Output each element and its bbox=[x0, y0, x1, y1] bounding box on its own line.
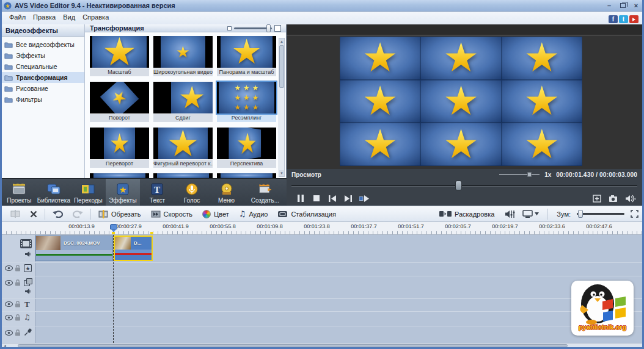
timeline-clip-selected[interactable]: D... bbox=[114, 236, 153, 261]
eye-icon[interactable] bbox=[5, 280, 13, 286]
ruler-label: 00:01:09.8 bbox=[246, 223, 293, 229]
effect-item-figure-flip[interactable]: Фигурный переворот к... bbox=[153, 128, 213, 168]
seek-bar[interactable] bbox=[287, 180, 642, 191]
facebook-icon[interactable]: f bbox=[609, 15, 618, 23]
sidebar-item-drawing[interactable]: Рисование bbox=[2, 83, 84, 94]
snapshot-icon[interactable] bbox=[609, 195, 618, 203]
volume-icon[interactable] bbox=[625, 195, 636, 203]
sidebar-item-effects[interactable]: Эффекты bbox=[2, 50, 84, 61]
eye-icon[interactable] bbox=[5, 315, 13, 320]
tab-voice[interactable]: Голос bbox=[175, 179, 210, 206]
menu-help[interactable]: Справка bbox=[79, 13, 112, 21]
effect-item-perspective[interactable]: Перспектива bbox=[217, 128, 276, 168]
effect-item-pan-zoom[interactable]: Панорама и масштаб bbox=[217, 36, 276, 76]
edit-toolbar: Обрезать Скорость Цвет ♫ Аудио Стабилиза… bbox=[2, 206, 642, 222]
previous-frame-button[interactable] bbox=[324, 193, 340, 204]
tab-effects[interactable]: ★ Эффекты bbox=[106, 179, 141, 206]
lock-icon[interactable] bbox=[15, 279, 21, 286]
lock-icon[interactable] bbox=[15, 314, 21, 321]
storyboard-button[interactable]: Раскадровка bbox=[434, 209, 499, 219]
tab-library[interactable]: Библиотека bbox=[37, 179, 71, 206]
effect-item-scale[interactable]: Масштаб bbox=[90, 36, 149, 76]
sidebar-item-special[interactable]: Специальные bbox=[2, 61, 84, 72]
timeline-tracks[interactable]: ★ T ♫ bbox=[2, 235, 642, 343]
trim-icon bbox=[98, 210, 108, 218]
effect-item-partial[interactable] bbox=[217, 173, 276, 178]
menu-view[interactable]: Вид bbox=[59, 13, 79, 21]
effect-item-resample[interactable]: Ресэмплинг bbox=[217, 82, 276, 122]
split-button-disabled[interactable] bbox=[5, 209, 25, 219]
stabilization-button[interactable]: Стабилизация bbox=[273, 209, 341, 219]
overlay-mute-icon[interactable] bbox=[25, 289, 32, 294]
menu-edit[interactable]: Правка bbox=[29, 13, 59, 21]
effect-item-partial[interactable] bbox=[90, 173, 149, 178]
lock-icon[interactable] bbox=[15, 301, 21, 308]
undo-button[interactable] bbox=[48, 209, 68, 219]
color-button[interactable]: Цвет bbox=[197, 209, 234, 220]
playhead-marker[interactable] bbox=[110, 224, 117, 229]
menu-file[interactable]: Файл bbox=[5, 13, 29, 21]
thumb-size-groove[interactable] bbox=[234, 27, 272, 29]
clip-name: DSC_0024.MOV bbox=[60, 240, 100, 246]
twitter-icon[interactable]: t bbox=[619, 15, 628, 23]
scroll-left-arrow[interactable]: ◄ bbox=[3, 344, 7, 348]
next-frame-button[interactable] bbox=[340, 193, 356, 204]
redo-button-disabled[interactable] bbox=[68, 209, 88, 219]
sidebar-item-filters[interactable]: Фильтры bbox=[2, 94, 84, 105]
display-mode-dropdown[interactable] bbox=[522, 210, 539, 218]
audio-button[interactable]: ♫ Аудио bbox=[234, 208, 273, 220]
playhead-line[interactable] bbox=[113, 235, 114, 343]
timeline-clip-dsc0024[interactable]: DSC_0024.MOV bbox=[35, 236, 113, 261]
stop-button[interactable] bbox=[309, 193, 324, 204]
speed-handle[interactable] bbox=[527, 172, 532, 177]
scroll-down-arrow[interactable]: ▼ bbox=[279, 170, 284, 176]
minimize-button[interactable]: – bbox=[605, 2, 613, 9]
seek-groove[interactable] bbox=[291, 185, 637, 187]
effect-item-shift[interactable]: Сдвиг bbox=[153, 82, 213, 122]
speed-button[interactable]: Скорость bbox=[146, 209, 198, 220]
scrollbar-thumb[interactable] bbox=[279, 45, 284, 88]
ruler-label: 00:02:33.6 bbox=[529, 223, 576, 229]
tab-transitions[interactable]: Переходы bbox=[71, 179, 106, 206]
close-button[interactable]: × bbox=[632, 2, 640, 9]
thumbnail-size-slider[interactable] bbox=[227, 25, 281, 32]
title-bar[interactable]: ★ AVS Video Editor 9.4 - Неактивированна… bbox=[0, 0, 644, 12]
lock-icon[interactable] bbox=[15, 265, 21, 272]
seek-handle[interactable] bbox=[455, 181, 462, 190]
hscrollbar-thumb[interactable] bbox=[18, 344, 568, 347]
timeline-ruler[interactable]: 00:00:13.9 00:00:27.9 00:00:41.9 00:00:5… bbox=[2, 222, 642, 235]
timeline-hscrollbar[interactable]: ◄ bbox=[2, 343, 642, 348]
youtube-icon[interactable] bbox=[629, 15, 639, 23]
play-selection-button[interactable] bbox=[356, 193, 372, 204]
eye-icon[interactable] bbox=[5, 301, 13, 307]
scroll-up-arrow[interactable]: ▲ bbox=[279, 38, 284, 45]
tab-menu[interactable]: Меню bbox=[209, 179, 244, 206]
video-track-icon bbox=[20, 239, 32, 248]
sidebar-item-transform[interactable]: Трансформация bbox=[2, 72, 84, 83]
audio-mixer-icon[interactable] bbox=[505, 210, 516, 218]
lock-icon[interactable] bbox=[15, 329, 21, 336]
effect-item-flip[interactable]: Переворот bbox=[90, 128, 149, 168]
video-mute-icon[interactable] bbox=[25, 251, 32, 257]
trim-button[interactable]: Обрезать bbox=[93, 209, 146, 220]
eye-icon[interactable] bbox=[5, 265, 13, 271]
eye-icon[interactable] bbox=[5, 330, 13, 336]
sidebar-item-all-effects[interactable]: Все видеоэффекты bbox=[2, 39, 84, 50]
effect-item-rotate[interactable]: Поворот bbox=[90, 82, 149, 122]
tab-produce[interactable]: Создать... bbox=[244, 179, 287, 206]
fullscreen-icon[interactable] bbox=[593, 195, 601, 203]
effects-scrollbar[interactable]: ▲ ▼ bbox=[279, 38, 285, 177]
playback-speed-slider[interactable] bbox=[499, 174, 540, 175]
restore-button[interactable] bbox=[618, 2, 627, 9]
tab-text[interactable]: T Текст bbox=[140, 179, 175, 206]
pause-button[interactable] bbox=[293, 193, 309, 204]
thumb-size-handle[interactable] bbox=[266, 24, 271, 32]
tab-projects[interactable]: Проекты bbox=[2, 179, 37, 206]
timeline-zoom-slider[interactable] bbox=[577, 213, 624, 215]
zoom-handle[interactable] bbox=[578, 210, 583, 218]
fit-timeline-icon[interactable] bbox=[631, 210, 639, 218]
chevron-down-icon bbox=[535, 212, 539, 215]
delete-button[interactable] bbox=[25, 209, 42, 219]
effect-item-wide-angle[interactable]: Широкоугольная видео... bbox=[153, 36, 213, 76]
effect-item-partial[interactable] bbox=[153, 173, 213, 178]
